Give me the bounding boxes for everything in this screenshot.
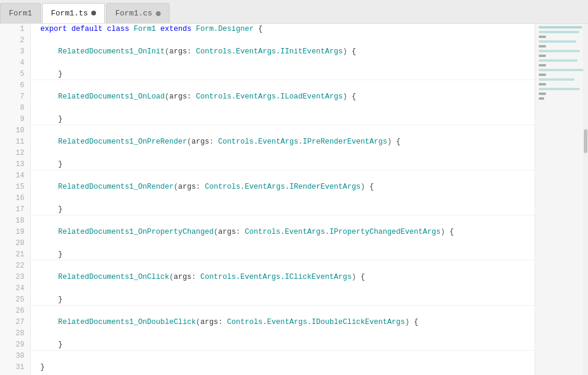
code-line-6 bbox=[31, 80, 535, 91]
tab-form1cs-label: Form1.cs bbox=[115, 9, 152, 18]
vertical-scrollbar-track[interactable] bbox=[583, 24, 588, 375]
line-number-20: 20 bbox=[0, 238, 30, 249]
code-line-20 bbox=[31, 238, 535, 249]
editor-container: 1234567891011121314151617181920212223242… bbox=[0, 24, 588, 375]
code-line-27: RelatedDocuments1_OnDoubleClick(args: Co… bbox=[31, 317, 535, 328]
tab-form1[interactable]: Form1 bbox=[0, 3, 41, 23]
line-number-16: 16 bbox=[0, 193, 30, 204]
code-line-17: } bbox=[31, 204, 535, 215]
code-line-13: } bbox=[31, 159, 535, 170]
line-number-1: 1 bbox=[0, 24, 30, 35]
line-number-15: 15 bbox=[0, 182, 30, 193]
code-line-30 bbox=[31, 351, 535, 362]
code-line-22 bbox=[31, 260, 535, 272]
line-number-13: 13 bbox=[0, 159, 30, 170]
line-number-25: 25 bbox=[0, 294, 30, 306]
line-number-12: 12 bbox=[0, 148, 30, 159]
tab-form1ts-label: Form1.ts bbox=[51, 9, 88, 18]
code-line-10 bbox=[31, 125, 535, 136]
minimap-content bbox=[535, 24, 588, 102]
code-line-5: } bbox=[31, 69, 535, 80]
code-line-16 bbox=[31, 193, 535, 204]
line-number-21: 21 bbox=[0, 249, 30, 260]
line-number-8: 8 bbox=[0, 103, 30, 114]
code-line-15: RelatedDocuments1_OnRender(args: Control… bbox=[31, 182, 535, 193]
code-line-4 bbox=[31, 58, 535, 69]
line-number-24: 24 bbox=[0, 283, 30, 294]
line-number-17: 17 bbox=[0, 204, 30, 215]
line-number-30: 30 bbox=[0, 351, 30, 362]
code-line-31: } bbox=[31, 362, 535, 373]
code-line-1: export default class Form1 extends Form.… bbox=[31, 24, 535, 35]
code-line-14 bbox=[31, 170, 535, 182]
code-line-12 bbox=[31, 148, 535, 159]
line-number-6: 6 bbox=[0, 80, 30, 91]
code-line-23: RelatedDocuments1_OnClick(args: Controls… bbox=[31, 272, 535, 283]
code-line-25: } bbox=[31, 294, 535, 306]
line-number-5: 5 bbox=[0, 69, 30, 80]
line-number-23: 23 bbox=[0, 272, 30, 283]
code-line-3: RelatedDocuments1_OnInit(args: Controls.… bbox=[31, 46, 535, 58]
line-number-10: 10 bbox=[0, 125, 30, 136]
line-number-11: 11 bbox=[0, 136, 30, 148]
line-number-31: 31 bbox=[0, 362, 30, 373]
line-number-22: 22 bbox=[0, 260, 30, 272]
code-line-29: } bbox=[31, 339, 535, 351]
line-number-26: 26 bbox=[0, 306, 30, 317]
minimap bbox=[535, 24, 588, 375]
line-number-3: 3 bbox=[0, 46, 30, 58]
line-number-7: 7 bbox=[0, 91, 30, 103]
tab-form1-label: Form1 bbox=[9, 9, 32, 18]
line-number-18: 18 bbox=[0, 215, 30, 227]
code-area[interactable]: export default class Form1 extends Form.… bbox=[31, 24, 535, 375]
code-line-28 bbox=[31, 328, 535, 339]
line-number-2: 2 bbox=[0, 35, 30, 46]
code-line-18 bbox=[31, 215, 535, 227]
tab-bar: Form1 Form1.ts Form1.cs bbox=[0, 0, 588, 24]
line-number-27: 27 bbox=[0, 317, 30, 328]
line-number-4: 4 bbox=[0, 58, 30, 69]
code-line-7: RelatedDocuments1_OnLoad(args: Controls.… bbox=[31, 91, 535, 103]
code-line-21: } bbox=[31, 249, 535, 260]
code-line-9: } bbox=[31, 114, 535, 125]
line-number-14: 14 bbox=[0, 170, 30, 182]
code-line-19: RelatedDocuments1_OnPropertyChanged(args… bbox=[31, 227, 535, 238]
code-line-24 bbox=[31, 283, 535, 294]
line-number-9: 9 bbox=[0, 114, 30, 125]
tab-form1ts-modified-dot bbox=[91, 11, 96, 15]
line-number-19: 19 bbox=[0, 227, 30, 238]
tab-form1cs[interactable]: Form1.cs bbox=[106, 3, 169, 23]
vertical-scrollbar-thumb[interactable] bbox=[584, 129, 587, 153]
code-line-26 bbox=[31, 306, 535, 317]
line-numbers: 1234567891011121314151617181920212223242… bbox=[0, 24, 31, 375]
code-line-2 bbox=[31, 35, 535, 46]
line-number-28: 28 bbox=[0, 328, 30, 339]
tab-form1cs-modified-dot bbox=[156, 11, 161, 16]
tab-form1ts[interactable]: Form1.ts bbox=[42, 3, 105, 23]
code-line-8 bbox=[31, 103, 535, 114]
code-line-11: RelatedDocuments1_OnPreRender(args: Cont… bbox=[31, 136, 535, 148]
line-number-29: 29 bbox=[0, 339, 30, 351]
